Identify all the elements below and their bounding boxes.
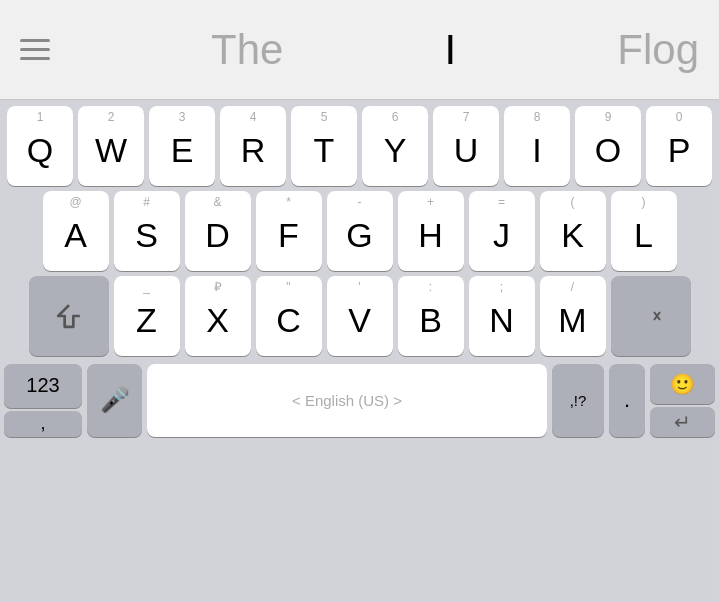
key-f[interactable]: *F bbox=[256, 191, 322, 271]
comma-key[interactable]: , bbox=[4, 411, 82, 437]
suggestion-right[interactable]: Flog bbox=[617, 26, 699, 74]
key-row-1: 1Q2W3E4R5T6Y7U8I9O0P bbox=[4, 106, 715, 186]
key-m[interactable]: /M bbox=[540, 276, 606, 356]
punct-key[interactable]: ,!? bbox=[552, 364, 604, 437]
key-y[interactable]: 6Y bbox=[362, 106, 428, 186]
suggestion-center[interactable]: I bbox=[445, 26, 457, 74]
mic-key[interactable]: 🎤 bbox=[87, 364, 142, 437]
keyboard: 1Q2W3E4R5T6Y7U8I9O0P @A#S&D*F-G+H=J(K)L … bbox=[0, 100, 719, 602]
key-r[interactable]: 4R bbox=[220, 106, 286, 186]
key-b[interactable]: :B bbox=[398, 276, 464, 356]
backspace-key[interactable] bbox=[611, 276, 691, 356]
key-n[interactable]: ;N bbox=[469, 276, 535, 356]
key-w[interactable]: 2W bbox=[78, 106, 144, 186]
suggestion-left[interactable]: The bbox=[211, 26, 283, 74]
key-u[interactable]: 7U bbox=[433, 106, 499, 186]
key-p[interactable]: 0P bbox=[646, 106, 712, 186]
key-a[interactable]: @A bbox=[43, 191, 109, 271]
key-q[interactable]: 1Q bbox=[7, 106, 73, 186]
key-j[interactable]: =J bbox=[469, 191, 535, 271]
key-c[interactable]: "C bbox=[256, 276, 322, 356]
key-e[interactable]: 3E bbox=[149, 106, 215, 186]
shift-key[interactable] bbox=[29, 276, 109, 356]
num-key[interactable]: 123 bbox=[4, 364, 82, 408]
enter-key[interactable]: ↵ bbox=[650, 407, 715, 437]
key-o[interactable]: 9O bbox=[575, 106, 641, 186]
key-k[interactable]: (K bbox=[540, 191, 606, 271]
key-i[interactable]: 8I bbox=[504, 106, 570, 186]
hamburger-menu[interactable] bbox=[20, 39, 50, 60]
key-s[interactable]: #S bbox=[114, 191, 180, 271]
key-l[interactable]: )L bbox=[611, 191, 677, 271]
emoji-key[interactable]: 🙂 bbox=[650, 364, 715, 404]
key-z[interactable]: _Z bbox=[114, 276, 180, 356]
key-t[interactable]: 5T bbox=[291, 106, 357, 186]
key-row-2: @A#S&D*F-G+H=J(K)L bbox=[4, 191, 715, 271]
key-d[interactable]: &D bbox=[185, 191, 251, 271]
key-h[interactable]: +H bbox=[398, 191, 464, 271]
left-stack: 123, bbox=[4, 364, 82, 437]
top-bar: The I Flog bbox=[0, 0, 719, 100]
period-key[interactable]: . bbox=[609, 364, 645, 437]
key-x[interactable]: ₽X bbox=[185, 276, 251, 356]
key-row-3: _Z₽X"C'V:B;N/M bbox=[4, 276, 715, 356]
key-v[interactable]: 'V bbox=[327, 276, 393, 356]
right-stack: 🙂↵ bbox=[650, 364, 715, 437]
space-key[interactable]: < English (US) > bbox=[147, 364, 547, 437]
key-g[interactable]: -G bbox=[327, 191, 393, 271]
key-row-4: 123,🎤< English (US) >,!?.🙂↵ bbox=[4, 361, 715, 439]
